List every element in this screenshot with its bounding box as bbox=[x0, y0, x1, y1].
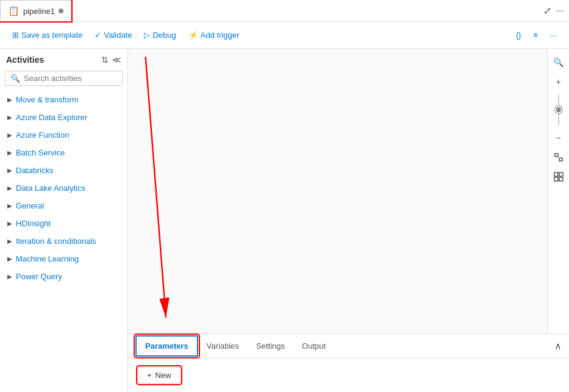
save-as-template-label: Save as template bbox=[21, 30, 82, 40]
expand-icon[interactable]: ⤢ bbox=[543, 5, 551, 16]
validate-icon: ✓ bbox=[95, 30, 101, 40]
chevron-icon: ▶ bbox=[7, 185, 12, 191]
debug-icon: ▷ bbox=[144, 30, 150, 40]
sidebar-item-label: Data Lake Analytics bbox=[16, 184, 85, 193]
sidebar-item-label: Power Query bbox=[16, 272, 62, 281]
tab-actions: ⤢ ··· bbox=[543, 5, 569, 16]
bottom-tabs: Parameters Variables Settings Output ∧ bbox=[128, 334, 569, 358]
arrange-button[interactable] bbox=[550, 168, 567, 185]
bottom-panel: Parameters Variables Settings Output ∧ + bbox=[128, 333, 569, 392]
canvas-search-button[interactable]: 🔍 bbox=[550, 54, 567, 71]
chevron-icon: ▶ bbox=[7, 114, 12, 121]
sidebar-item-move-transform[interactable]: ▶ Move & transform bbox=[0, 91, 127, 109]
validate-label: Validate bbox=[104, 30, 132, 40]
more-options-icon[interactable]: ··· bbox=[556, 5, 564, 16]
save-template-icon: ⊞ bbox=[12, 30, 19, 40]
params-button[interactable]: ≡ bbox=[529, 28, 543, 42]
svg-rect-6 bbox=[554, 177, 558, 181]
zoom-in-button[interactable]: + bbox=[550, 73, 567, 90]
fit-icon bbox=[554, 152, 564, 162]
code-label: {} bbox=[516, 30, 521, 40]
svg-rect-3 bbox=[559, 158, 562, 161]
chevron-icon: ▶ bbox=[7, 238, 12, 244]
sidebar-item-data-lake-analytics[interactable]: ▶ Data Lake Analytics bbox=[0, 179, 127, 197]
chevron-icon: ▶ bbox=[7, 255, 12, 262]
pipeline-tab[interactable]: 📋 pipeline1 bbox=[0, 0, 71, 21]
bottom-tab-actions: ∧ bbox=[554, 340, 562, 352]
debug-button[interactable]: ▷ Debug bbox=[139, 28, 181, 42]
svg-rect-2 bbox=[555, 154, 558, 157]
sidebar-item-label: Databricks bbox=[16, 166, 53, 175]
right-tools: 🔍 + − bbox=[547, 49, 569, 333]
main-layout: Activities ⇅ ≪ 🔍 ▶ Move & transform ▶ Az… bbox=[0, 49, 569, 392]
sidebar-item-general[interactable]: ▶ General bbox=[0, 197, 127, 215]
search-box: 🔍 bbox=[5, 71, 123, 86]
svg-rect-5 bbox=[559, 173, 563, 176]
code-button[interactable]: {} bbox=[511, 28, 526, 42]
pipeline-icon: 📋 bbox=[8, 5, 20, 16]
sidebar-item-azure-data-explorer[interactable]: ▶ Azure Data Explorer bbox=[0, 109, 127, 126]
collapse-panel-icon[interactable]: ∧ bbox=[554, 341, 562, 351]
sidebar-item-label: Batch Service bbox=[16, 148, 65, 157]
chevron-icon: ▶ bbox=[7, 96, 12, 103]
filter-icon[interactable]: ⇅ bbox=[101, 55, 109, 65]
plus-icon: + bbox=[147, 371, 152, 380]
add-trigger-label: Add trigger bbox=[201, 30, 240, 40]
sidebar-item-label: HDInsight bbox=[16, 219, 51, 228]
zoom-out-button[interactable]: − bbox=[550, 129, 567, 146]
sidebar-items: ▶ Move & transform ▶ Azure Data Explorer… bbox=[0, 91, 127, 392]
sidebar-item-machine-learning[interactable]: ▶ Machine Learning bbox=[0, 250, 127, 268]
sidebar-item-label: Azure Data Explorer bbox=[16, 113, 87, 122]
canvas-area: 🔍 + − bbox=[128, 49, 569, 392]
tab-output[interactable]: Output bbox=[293, 337, 334, 355]
sidebar-item-label: Azure Function bbox=[16, 130, 69, 140]
sidebar-item-label: Iteration & conditionals bbox=[16, 237, 96, 246]
tab-parameters[interactable]: Parameters bbox=[135, 335, 198, 357]
annotation-overlay bbox=[128, 49, 547, 333]
validate-button[interactable]: ✓ Validate bbox=[90, 28, 137, 42]
collapse-icon[interactable]: ≪ bbox=[112, 55, 121, 65]
chevron-icon: ▶ bbox=[7, 149, 12, 156]
svg-line-0 bbox=[146, 57, 166, 318]
trigger-icon: ⚡ bbox=[188, 30, 198, 40]
sidebar-item-iteration-conditionals[interactable]: ▶ Iteration & conditionals bbox=[0, 232, 127, 250]
arrange-icon bbox=[554, 172, 564, 182]
bottom-content: + New bbox=[128, 358, 569, 392]
tab-variables[interactable]: Variables bbox=[198, 337, 248, 355]
sidebar-item-batch-service[interactable]: ▶ Batch Service bbox=[0, 144, 127, 162]
sidebar: Activities ⇅ ≪ 🔍 ▶ Move & transform ▶ Az… bbox=[0, 49, 128, 392]
canvas-main[interactable]: 🔍 + − bbox=[128, 49, 569, 333]
search-icon: 🔍 bbox=[10, 74, 20, 83]
toolbar: ⊞ Save as template ✓ Validate ▷ Debug ⚡ … bbox=[0, 22, 569, 49]
unsaved-indicator bbox=[59, 9, 63, 13]
sidebar-item-label: Machine Learning bbox=[16, 254, 79, 263]
new-button[interactable]: + New bbox=[138, 367, 181, 383]
sidebar-item-power-query[interactable]: ▶ Power Query bbox=[0, 268, 127, 285]
sidebar-header: Activities ⇅ ≪ bbox=[0, 49, 127, 68]
new-label: New bbox=[156, 371, 171, 380]
search-input[interactable] bbox=[24, 74, 117, 83]
tab-settings[interactable]: Settings bbox=[248, 337, 293, 355]
sidebar-item-label: General bbox=[16, 201, 44, 210]
svg-rect-7 bbox=[559, 177, 563, 181]
activities-title: Activities bbox=[6, 55, 44, 65]
zoom-slider-container: + − bbox=[550, 73, 567, 146]
chevron-icon: ▶ bbox=[7, 167, 12, 174]
fit-canvas-button[interactable] bbox=[550, 149, 567, 166]
sidebar-header-actions: ⇅ ≪ bbox=[101, 55, 121, 65]
add-trigger-button[interactable]: ⚡ Add trigger bbox=[184, 28, 245, 42]
params-icon: ≡ bbox=[534, 30, 539, 40]
more-toolbar-icon: ··· bbox=[550, 30, 557, 40]
sidebar-item-label: Move & transform bbox=[16, 95, 79, 104]
more-toolbar-button[interactable]: ··· bbox=[545, 28, 562, 42]
sidebar-item-hdinsight[interactable]: ▶ HDInsight bbox=[0, 215, 127, 232]
sidebar-item-azure-function[interactable]: ▶ Azure Function bbox=[0, 126, 127, 144]
save-as-template-button[interactable]: ⊞ Save as template bbox=[7, 28, 87, 42]
sidebar-item-databricks[interactable]: ▶ Databricks bbox=[0, 162, 127, 179]
chevron-icon: ▶ bbox=[7, 132, 12, 138]
chevron-icon: ▶ bbox=[7, 220, 12, 227]
chevron-icon: ▶ bbox=[7, 202, 12, 209]
zoom-handle[interactable] bbox=[555, 106, 562, 113]
pipeline-tab-label: pipeline1 bbox=[23, 7, 55, 16]
debug-label: Debug bbox=[152, 30, 176, 40]
